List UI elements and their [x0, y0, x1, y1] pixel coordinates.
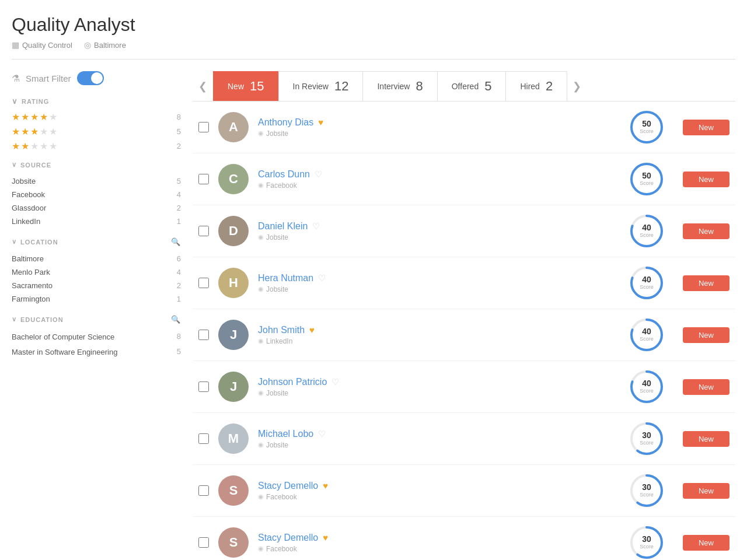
favorite-icon[interactable]: ♡ [315, 169, 322, 180]
candidate-info: Michael Lobo ♡ ◉ Jobsite [258, 429, 620, 449]
candidate-avatar: M [218, 424, 249, 454]
candidate-avatar: J [218, 372, 249, 402]
source-icon: ◉ [258, 441, 264, 449]
candidate-checkbox[interactable] [198, 537, 209, 548]
favorite-icon[interactable]: ♥ [323, 533, 328, 542]
source-glassdoor[interactable]: Glassdoor 2 [12, 201, 181, 215]
status-badge: New [683, 535, 729, 551]
rating-2stars-row[interactable]: ★ ★ ★ ★ ★ 2 [12, 141, 181, 152]
candidate-name[interactable]: Carlos Dunn ♡ [258, 169, 620, 180]
location-menlopark[interactable]: Menlo Park 4 [12, 265, 181, 279]
score-circle: 40 Score [629, 265, 664, 300]
tab-hired[interactable]: Hired 2 [505, 71, 567, 101]
candidate-row[interactable]: D Daniel Klein ♡ ◉ Jobsite 40 Score New [193, 205, 735, 257]
education-mse[interactable]: Master in Software Engineering 5 [12, 345, 181, 360]
candidate-checkbox[interactable] [198, 330, 209, 340]
location-baltimore[interactable]: Baltimore 6 [12, 252, 181, 265]
candidate-info: Stacy Demello ♥ ◉ Facebook [258, 481, 620, 501]
score-label: Score [640, 285, 654, 290]
score-value: 50 [640, 172, 654, 180]
candidate-row[interactable]: S Stacy Demello ♥ ◉ Facebook 30 Score Ne… [193, 517, 735, 560]
candidate-checkbox[interactable] [198, 485, 209, 496]
source-icon: ◉ [258, 181, 264, 189]
candidate-name[interactable]: Stacy Demello ♥ [258, 533, 620, 543]
candidate-row[interactable]: H Hera Nutman ♡ ◉ Jobsite 40 Score New [193, 257, 735, 309]
candidate-row[interactable]: C Carlos Dunn ♡ ◉ Facebook 50 Score New [193, 153, 735, 205]
star5: ★ [49, 111, 57, 123]
score-circle: 40 Score [629, 369, 664, 404]
tab-inreview[interactable]: In Review 12 [278, 71, 364, 101]
candidate-row[interactable]: S Stacy Demello ♥ ◉ Facebook 30 Score Ne… [193, 465, 735, 517]
source-icon: ◉ [258, 493, 264, 501]
location-search-icon[interactable]: 🔍 [171, 237, 181, 246]
candidate-checkbox[interactable] [198, 122, 209, 132]
tab-offered[interactable]: Offered 5 [437, 71, 507, 101]
tab-prev-button[interactable]: ❮ [193, 75, 213, 97]
favorite-icon[interactable]: ♡ [331, 377, 339, 387]
candidate-name[interactable]: Hera Nutman ♡ [258, 273, 620, 284]
education-bcs[interactable]: Bachelor of Computer Science 8 [12, 330, 181, 345]
department-label: Quality Control [22, 41, 72, 50]
favorite-icon[interactable]: ♡ [312, 221, 320, 232]
tab-interview[interactable]: Interview 8 [362, 71, 437, 101]
star3: ★ [30, 111, 39, 123]
status-badge: New [683, 483, 729, 499]
source-title: SOURCE [20, 162, 51, 169]
favorite-icon[interactable]: ♡ [318, 429, 326, 439]
candidate-list: A Anthony Dias ♥ ◉ Jobsite 50 Score New [193, 102, 735, 560]
location-chevron[interactable]: ∨ [12, 238, 17, 246]
candidate-checkbox[interactable] [198, 226, 209, 236]
candidate-row[interactable]: M Michael Lobo ♡ ◉ Jobsite 30 Score New [193, 413, 735, 465]
candidate-name[interactable]: Michael Lobo ♡ [258, 429, 620, 439]
tab-new[interactable]: New 15 [213, 71, 279, 101]
rating-chevron[interactable]: ∨ [12, 97, 18, 106]
source-chevron[interactable]: ∨ [12, 161, 17, 169]
tab-new-label: New [228, 82, 244, 91]
education-chevron[interactable]: ∨ [12, 316, 17, 323]
score-value: 30 [640, 431, 654, 440]
education-search-icon[interactable]: 🔍 [171, 315, 181, 324]
favorite-icon[interactable]: ♡ [318, 273, 326, 284]
location-farmington[interactable]: Farmington 1 [12, 292, 181, 306]
candidate-name[interactable]: Daniel Klein ♡ [258, 221, 620, 232]
candidate-checkbox[interactable] [198, 174, 209, 184]
rating-2stars-count: 2 [177, 142, 181, 150]
source-icon: ◉ [258, 233, 264, 241]
score-circle: 30 Score [629, 421, 664, 456]
location-sacramento[interactable]: Sacramento 2 [12, 279, 181, 292]
candidate-source: ◉ Jobsite [258, 233, 620, 242]
score-circle: 40 Score [629, 214, 664, 249]
score-circle: 50 Score [629, 110, 664, 145]
candidate-row[interactable]: J John Smith ♥ ◉ LinkedIn 40 Score New [193, 309, 735, 361]
tab-next-button[interactable]: ❯ [567, 75, 587, 97]
star1: ★ [12, 141, 20, 152]
candidate-checkbox[interactable] [198, 382, 209, 392]
candidate-info: Daniel Klein ♡ ◉ Jobsite [258, 221, 620, 242]
star1: ★ [12, 111, 20, 123]
score-label: Score [640, 440, 654, 446]
candidate-source: ◉ Jobsite [258, 389, 620, 397]
candidate-name[interactable]: Anthony Dias ♥ [258, 117, 620, 128]
source-facebook[interactable]: Facebook 4 [12, 188, 181, 201]
candidate-avatar: S [218, 475, 249, 506]
smart-filter-toggle[interactable] [77, 71, 104, 85]
source-linkedin[interactable]: LinkedIn 1 [12, 215, 181, 228]
candidate-name[interactable]: Johnson Patricio ♡ [258, 377, 620, 387]
favorite-icon[interactable]: ♥ [318, 117, 323, 127]
candidate-row[interactable]: A Anthony Dias ♥ ◉ Jobsite 50 Score New [193, 102, 735, 153]
candidate-name[interactable]: Stacy Demello ♥ [258, 481, 620, 491]
favorite-icon[interactable]: ♥ [323, 481, 328, 491]
tab-offered-label: Offered [452, 82, 479, 91]
source-jobsite[interactable]: Jobsite 5 [12, 174, 181, 188]
candidate-source: ◉ Jobsite [258, 285, 620, 293]
candidate-name[interactable]: John Smith ♥ [258, 325, 620, 335]
source-icon: ◉ [258, 337, 264, 345]
rating-3stars-row[interactable]: ★ ★ ★ ★ ★ 5 [12, 126, 181, 137]
favorite-icon[interactable]: ♥ [309, 325, 315, 335]
rating-4stars-row[interactable]: ★ ★ ★ ★ ★ 8 [12, 111, 181, 123]
score-label: Score [640, 233, 654, 239]
candidate-info: Hera Nutman ♡ ◉ Jobsite [258, 273, 620, 293]
candidate-row[interactable]: J Johnson Patricio ♡ ◉ Jobsite 40 Score … [193, 361, 735, 413]
candidate-checkbox[interactable] [198, 278, 209, 288]
candidate-checkbox[interactable] [198, 433, 209, 444]
